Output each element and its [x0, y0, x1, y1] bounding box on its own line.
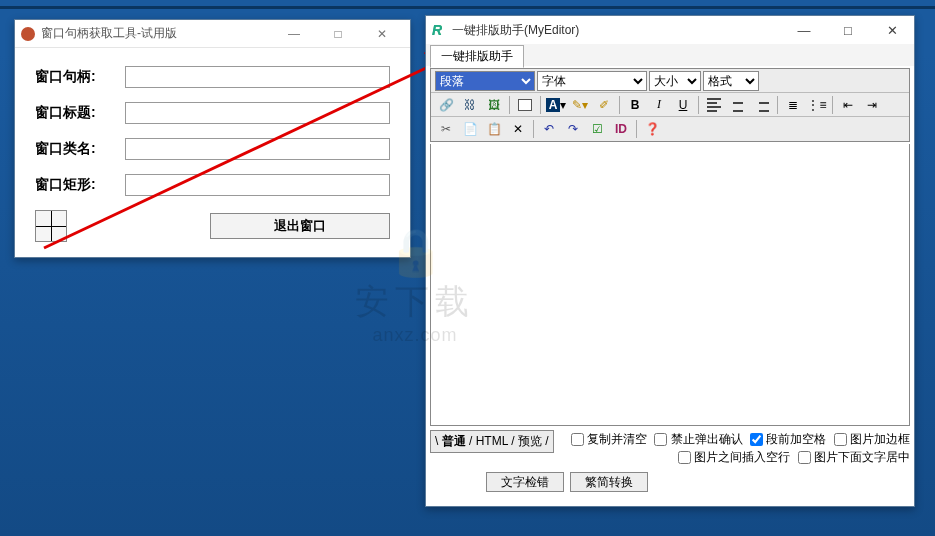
toolbars: 段落 字体 大小 格式 🔗 ⛓ 🖼 A▾ ✎▾ ✐ B I U ≣ ⋮≡	[430, 68, 910, 142]
viewtab-normal[interactable]: 普通	[442, 434, 466, 448]
document-tabs: 一键排版助手	[426, 44, 914, 66]
label-rect: 窗口矩形:	[35, 176, 125, 194]
view-tabs[interactable]: \ 普通 / HTML / 预览 /	[430, 430, 554, 453]
clear-format-icon[interactable]: ✐	[593, 95, 615, 115]
link-icon[interactable]: 🔗	[435, 95, 457, 115]
redo-icon[interactable]: ↷	[562, 119, 584, 139]
cut-icon[interactable]: ✂	[435, 119, 457, 139]
field-class[interactable]	[125, 138, 390, 160]
maximize-button[interactable]: □	[316, 23, 360, 45]
exit-button[interactable]: 退出窗口	[210, 213, 390, 239]
app-icon	[432, 22, 448, 38]
select-font[interactable]: 字体	[537, 71, 647, 91]
paste-icon[interactable]: 📋	[483, 119, 505, 139]
chk-img-center[interactable]: 图片下面文字居中	[798, 450, 910, 464]
minimize-button[interactable]: —	[272, 23, 316, 45]
delete-icon[interactable]: ✕	[507, 119, 529, 139]
bold-icon[interactable]: B	[624, 95, 646, 115]
field-rect[interactable]	[125, 174, 390, 196]
field-handle[interactable]	[125, 66, 390, 88]
italic-icon[interactable]: I	[648, 95, 670, 115]
image-icon[interactable]: 🖼	[483, 95, 505, 115]
chk-copy-clear[interactable]: 复制并清空	[571, 432, 647, 446]
table-icon[interactable]	[514, 95, 536, 115]
viewtab-preview[interactable]: 预览	[518, 434, 542, 448]
help-icon[interactable]: ❓	[641, 119, 663, 139]
myeditor-window: 一键排版助手(MyEditor) — □ ✕ 一键排版助手 段落 字体 大小 格…	[425, 15, 915, 507]
align-right-icon[interactable]	[751, 95, 773, 115]
close-button[interactable]: ✕	[870, 17, 914, 43]
editor-area[interactable]	[430, 144, 910, 426]
list-unordered-icon[interactable]: ⋮≡	[806, 95, 828, 115]
window-title: 窗口句柄获取工具-试用版	[41, 25, 272, 42]
label-caption: 窗口标题:	[35, 104, 125, 122]
font-color-icon[interactable]: A▾	[545, 95, 567, 115]
app-icon	[21, 27, 35, 41]
check-icon[interactable]: ☑	[586, 119, 608, 139]
list-ordered-icon[interactable]: ≣	[782, 95, 804, 115]
btn-trad-simp[interactable]: 繁简转换	[570, 472, 648, 492]
highlight-icon[interactable]: ✎▾	[569, 95, 591, 115]
align-left-icon[interactable]	[703, 95, 725, 115]
underline-icon[interactable]: U	[672, 95, 694, 115]
chk-no-confirm[interactable]: 禁止弹出确认	[654, 432, 742, 446]
chk-img-blank[interactable]: 图片之间插入空行	[678, 450, 790, 464]
options-checks: 复制并清空 禁止弹出确认 段前加空格 图片加边框 图片之间插入空行 图片下面文字…	[560, 430, 910, 466]
tab-main[interactable]: 一键排版助手	[430, 45, 524, 68]
titlebar[interactable]: 一键排版助手(MyEditor) — □ ✕	[426, 16, 914, 44]
label-class: 窗口类名:	[35, 140, 125, 158]
handle-tool-window: 窗口句柄获取工具-试用版 — □ ✕ 窗口句柄: 窗口标题: 窗口类名: 窗口矩…	[14, 19, 411, 258]
chk-img-border[interactable]: 图片加边框	[834, 432, 910, 446]
label-handle: 窗口句柄:	[35, 68, 125, 86]
align-center-icon[interactable]	[727, 95, 749, 115]
select-size[interactable]: 大小	[649, 71, 701, 91]
select-format[interactable]: 格式	[703, 71, 759, 91]
undo-icon[interactable]: ↶	[538, 119, 560, 139]
minimize-button[interactable]: —	[782, 17, 826, 43]
viewtab-html[interactable]: HTML	[476, 434, 508, 448]
field-caption[interactable]	[125, 102, 390, 124]
unlink-icon[interactable]: ⛓	[459, 95, 481, 115]
maximize-button[interactable]: □	[826, 17, 870, 43]
outdent-icon[interactable]: ⇤	[837, 95, 859, 115]
close-button[interactable]: ✕	[360, 23, 404, 45]
titlebar[interactable]: 窗口句柄获取工具-试用版 — □ ✕	[15, 20, 410, 48]
chk-para-space[interactable]: 段前加空格	[750, 432, 826, 446]
id-icon[interactable]: ID	[610, 119, 632, 139]
window-title: 一键排版助手(MyEditor)	[452, 22, 782, 39]
crosshair-picker[interactable]	[35, 210, 67, 242]
select-paragraph[interactable]: 段落	[435, 71, 535, 91]
btn-text-check[interactable]: 文字检错	[486, 472, 564, 492]
indent-icon[interactable]: ⇥	[861, 95, 883, 115]
copy-icon[interactable]: 📄	[459, 119, 481, 139]
